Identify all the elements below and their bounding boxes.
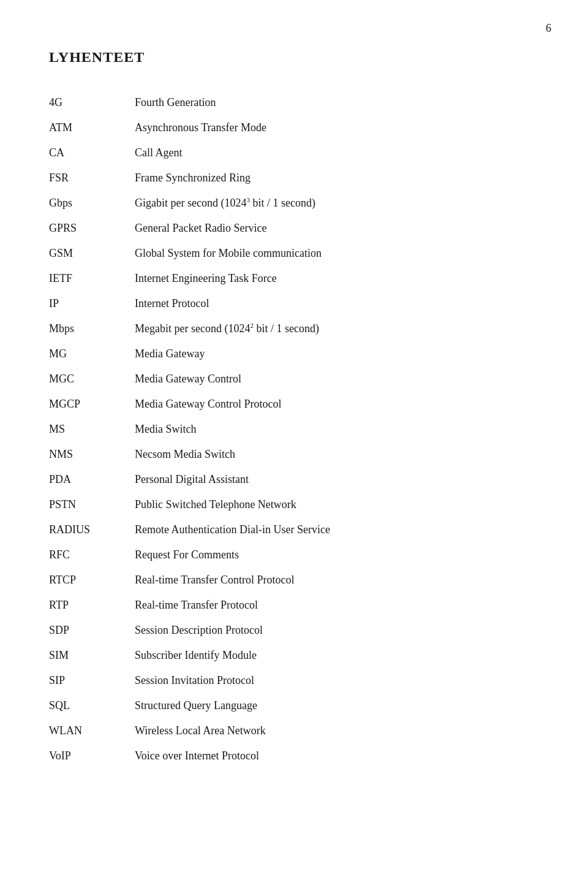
abbreviation-definition: Session Description Protocol <box>135 618 539 643</box>
abbreviation-definition: Structured Query Language <box>135 693 539 718</box>
table-row: FSRFrame Synchronized Ring <box>49 165 539 191</box>
abbreviation-term: Gbps <box>49 191 135 216</box>
table-row: RFCRequest For Comments <box>49 542 539 568</box>
table-row: NMSNecsom Media Switch <box>49 442 539 467</box>
abbreviation-term: GPRS <box>49 216 135 241</box>
abbreviation-definition: Internet Protocol <box>135 291 539 316</box>
abbreviation-term: IP <box>49 291 135 316</box>
table-row: RTCPReal-time Transfer Control Protocol <box>49 568 539 593</box>
table-row: ATMAsynchronous Transfer Mode <box>49 115 539 140</box>
abbreviations-table: 4GFourth GenerationATMAsynchronous Trans… <box>49 90 539 769</box>
table-row: SIPSession Invitation Protocol <box>49 668 539 693</box>
abbreviation-term: SIP <box>49 668 135 693</box>
abbreviation-definition: Necsom Media Switch <box>135 442 539 467</box>
abbreviation-definition: Wireless Local Area Network <box>135 718 539 743</box>
table-row: RADIUSRemote Authentication Dial-in User… <box>49 517 539 542</box>
table-row: PSTNPublic Switched Telephone Network <box>49 492 539 517</box>
abbreviation-term: VoIP <box>49 743 135 769</box>
abbreviation-term: MGCP <box>49 392 135 417</box>
table-row: PDAPersonal Digital Assistant <box>49 467 539 492</box>
abbreviation-definition: General Packet Radio Service <box>135 216 539 241</box>
table-row: GSMGlobal System for Mobile communicatio… <box>49 241 539 266</box>
table-row: MSMedia Switch <box>49 417 539 442</box>
abbreviation-definition: Request For Comments <box>135 542 539 568</box>
abbreviation-term: WLAN <box>49 718 135 743</box>
table-row: SQLStructured Query Language <box>49 693 539 718</box>
abbreviation-term: MG <box>49 341 135 367</box>
table-row: MGMedia Gateway <box>49 341 539 367</box>
abbreviation-definition: Remote Authentication Dial-in User Servi… <box>135 517 539 542</box>
abbreviation-term: MS <box>49 417 135 442</box>
table-row: MbpsMegabit per second (10242 bit / 1 se… <box>49 316 539 341</box>
abbreviation-definition: Subscriber Identify Module <box>135 643 539 668</box>
page-title: LYHENTEET <box>49 49 539 66</box>
abbreviation-definition: Media Switch <box>135 417 539 442</box>
table-row: GbpsGigabit per second (10243 bit / 1 se… <box>49 191 539 216</box>
abbreviation-term: PDA <box>49 467 135 492</box>
table-row: SDPSession Description Protocol <box>49 618 539 643</box>
abbreviation-definition: Internet Engineering Task Force <box>135 266 539 291</box>
abbreviation-term: SIM <box>49 643 135 668</box>
table-row: MGCPMedia Gateway Control Protocol <box>49 392 539 417</box>
table-row: VoIPVoice over Internet Protocol <box>49 743 539 769</box>
abbreviation-definition: Public Switched Telephone Network <box>135 492 539 517</box>
abbreviation-definition: Asynchronous Transfer Mode <box>135 115 539 140</box>
abbreviation-definition: Global System for Mobile communication <box>135 241 539 266</box>
abbreviation-definition: Real-time Transfer Protocol <box>135 593 539 618</box>
abbreviation-definition: Media Gateway Control Protocol <box>135 392 539 417</box>
abbreviation-term: SQL <box>49 693 135 718</box>
abbreviation-definition: Media Gateway Control <box>135 367 539 392</box>
abbreviation-term: RFC <box>49 542 135 568</box>
abbreviation-term: RADIUS <box>49 517 135 542</box>
abbreviation-definition: Media Gateway <box>135 341 539 367</box>
abbreviation-definition: Megabit per second (10242 bit / 1 second… <box>135 316 539 341</box>
abbreviation-term: NMS <box>49 442 135 467</box>
abbreviation-definition: Voice over Internet Protocol <box>135 743 539 769</box>
table-row: 4GFourth Generation <box>49 90 539 115</box>
abbreviation-term: SDP <box>49 618 135 643</box>
table-row: WLANWireless Local Area Network <box>49 718 539 743</box>
abbreviation-term: FSR <box>49 165 135 191</box>
abbreviation-term: PSTN <box>49 492 135 517</box>
abbreviation-term: 4G <box>49 90 135 115</box>
abbreviation-term: IETF <box>49 266 135 291</box>
abbreviation-definition: Fourth Generation <box>135 90 539 115</box>
abbreviation-definition: Frame Synchronized Ring <box>135 165 539 191</box>
table-row: GPRSGeneral Packet Radio Service <box>49 216 539 241</box>
table-row: MGCMedia Gateway Control <box>49 367 539 392</box>
abbreviation-term: ATM <box>49 115 135 140</box>
abbreviation-definition: Session Invitation Protocol <box>135 668 539 693</box>
abbreviation-term: RTCP <box>49 568 135 593</box>
abbreviation-definition: Personal Digital Assistant <box>135 467 539 492</box>
abbreviation-definition: Real-time Transfer Control Protocol <box>135 568 539 593</box>
abbreviation-term: CA <box>49 140 135 165</box>
table-row: IPInternet Protocol <box>49 291 539 316</box>
page-number: 6 <box>546 22 551 35</box>
table-row: CACall Agent <box>49 140 539 165</box>
abbreviation-term: MGC <box>49 367 135 392</box>
table-row: IETFInternet Engineering Task Force <box>49 266 539 291</box>
abbreviation-term: RTP <box>49 593 135 618</box>
abbreviation-term: GSM <box>49 241 135 266</box>
abbreviation-definition: Gigabit per second (10243 bit / 1 second… <box>135 191 539 216</box>
abbreviation-definition: Call Agent <box>135 140 539 165</box>
table-row: SIMSubscriber Identify Module <box>49 643 539 668</box>
abbreviation-term: Mbps <box>49 316 135 341</box>
table-row: RTPReal-time Transfer Protocol <box>49 593 539 618</box>
